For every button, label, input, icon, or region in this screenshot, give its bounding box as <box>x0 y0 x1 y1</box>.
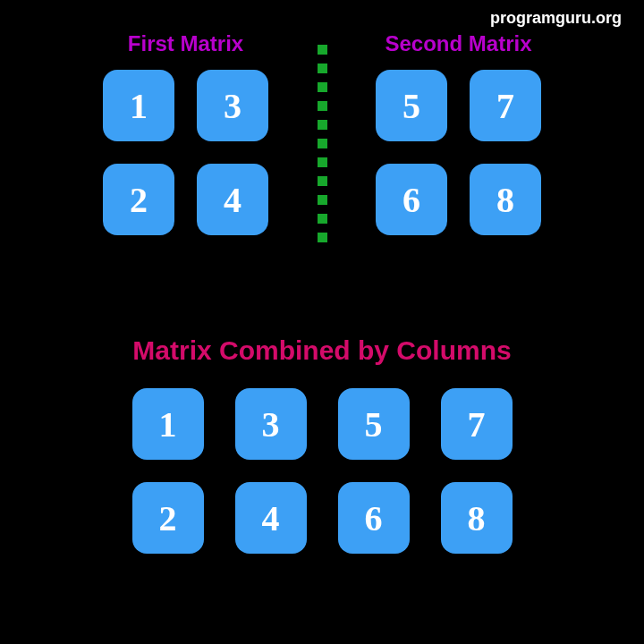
bottom-section: Matrix Combined by Columns 1 3 5 7 2 4 6… <box>0 335 644 554</box>
matrix-cell: 7 <box>470 70 541 141</box>
matrix-cell: 2 <box>103 164 174 235</box>
divider-dot <box>318 45 327 55</box>
matrix-cell: 8 <box>441 482 513 554</box>
matrix-cell: 1 <box>132 388 204 460</box>
divider-dot <box>318 120 327 130</box>
divider-dot <box>318 176 327 186</box>
combined-matrix-title: Matrix Combined by Columns <box>132 335 511 366</box>
divider-dot <box>318 195 327 205</box>
vertical-divider <box>318 31 326 247</box>
matrix-cell: 8 <box>470 164 541 235</box>
first-matrix-grid: 1 3 2 4 <box>103 70 268 235</box>
divider-dot <box>318 64 327 73</box>
matrix-cell: 7 <box>441 388 513 460</box>
divider-dot <box>318 157 327 167</box>
divider-dot <box>318 82 327 92</box>
divider-dot <box>318 233 327 242</box>
matrix-cell: 1 <box>103 70 174 141</box>
watermark: programguru.org <box>490 9 622 28</box>
matrix-cell: 4 <box>197 164 268 235</box>
top-section: First Matrix 1 3 2 4 Second Matrix 5 7 6… <box>0 31 644 247</box>
first-matrix-title: First Matrix <box>128 31 243 56</box>
second-matrix-block: Second Matrix 5 7 6 8 <box>376 31 541 235</box>
matrix-cell: 5 <box>338 388 410 460</box>
combined-matrix-grid: 1 3 5 7 2 4 6 8 <box>132 388 513 554</box>
second-matrix-title: Second Matrix <box>385 31 531 56</box>
first-matrix-block: First Matrix 1 3 2 4 <box>103 31 268 235</box>
divider-dot <box>318 139 327 148</box>
matrix-cell: 5 <box>376 70 447 141</box>
matrix-cell: 4 <box>235 482 307 554</box>
divider-dot <box>318 214 327 224</box>
divider-dot <box>318 101 327 111</box>
matrix-cell: 3 <box>235 388 307 460</box>
matrix-cell: 2 <box>132 482 204 554</box>
matrix-cell: 3 <box>197 70 268 141</box>
matrix-cell: 6 <box>338 482 410 554</box>
second-matrix-grid: 5 7 6 8 <box>376 70 541 235</box>
matrix-cell: 6 <box>376 164 447 235</box>
